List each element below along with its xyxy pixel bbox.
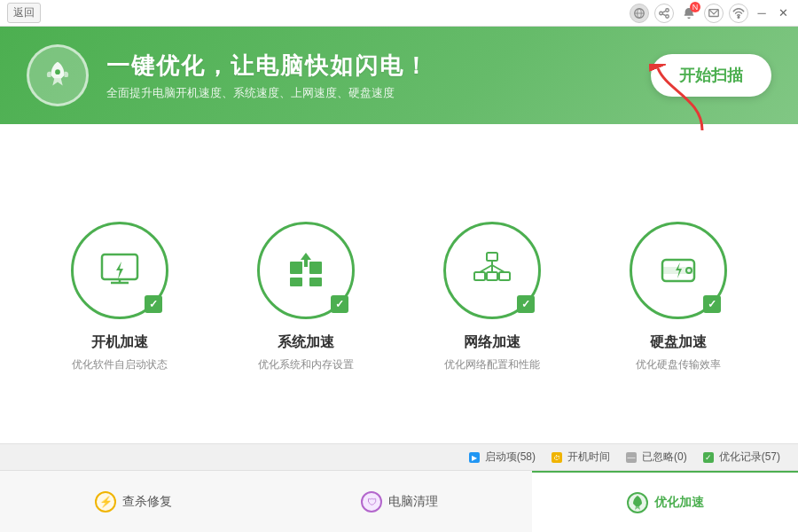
check-badge-disk: ✓ — [703, 295, 721, 313]
feature-disk: ✓ 硬盘加速 优化硬盘传输效率 — [594, 222, 763, 372]
clean-nav-icon: 🛡 — [360, 490, 383, 513]
nav-scan-label: 查杀修复 — [122, 494, 172, 510]
feature-disk-circle: ✓ — [630, 222, 727, 319]
status-bar: ▶ 启动项(58) ⏱ 开机时间 — 已忽略(0) ✓ 优化记 — [0, 443, 798, 470]
feature-network-title: 网络加速 — [464, 333, 520, 352]
check-badge-network: ✓ — [517, 295, 535, 313]
svg-rect-22 — [499, 272, 510, 280]
banner-text: 一键优化，让电脑快如闪电！ 全面提升电脑开机速度、系统速度、上网速度、硬盘速度 — [106, 51, 429, 101]
scan-nav-icon: ⚡ — [94, 490, 117, 513]
startup-icon: ▶ — [467, 450, 481, 465]
nav-item-scan[interactable]: ⚡ 查杀修复 — [0, 471, 266, 532]
svg-point-5 — [666, 14, 669, 18]
svg-rect-19 — [487, 253, 497, 261]
feature-boot-circle: ✓ — [71, 222, 168, 319]
status-records[interactable]: ✓ 优化记录(57) — [701, 450, 780, 465]
close-button[interactable]: ✕ — [775, 5, 791, 21]
status-records-label: 优化记录(57) — [719, 450, 780, 465]
feature-disk-desc: 优化硬盘传输效率 — [636, 357, 721, 372]
optimize-nav-icon — [626, 491, 649, 514]
svg-point-3 — [666, 8, 669, 12]
svg-text:▶: ▶ — [472, 454, 478, 462]
svg-rect-20 — [474, 272, 485, 280]
svg-rect-21 — [487, 272, 497, 280]
svg-rect-15 — [290, 262, 302, 274]
nav-scan-content: ⚡ 查杀修复 — [94, 490, 172, 513]
message-icon[interactable] — [704, 4, 724, 23]
feature-boot: ✓ 开机加速 优化软件自启动状态 — [35, 222, 204, 372]
svg-text:⚡: ⚡ — [99, 495, 113, 508]
ignored-icon: — — [624, 450, 638, 465]
notification-badge: N — [690, 2, 700, 12]
svg-rect-17 — [290, 278, 302, 286]
feature-system: ✓ 系统加速 优化系统和内存设置 — [222, 222, 390, 372]
status-startup[interactable]: ▶ 启动项(58) — [467, 450, 536, 465]
globe-icon[interactable] — [630, 4, 649, 23]
svg-line-7 — [662, 13, 666, 15]
nav-clean-label: 电脑清理 — [388, 494, 438, 510]
feature-boot-title: 开机加速 — [91, 333, 148, 352]
check-badge-boot: ✓ — [145, 295, 162, 313]
svg-text:✓: ✓ — [705, 453, 712, 462]
check-badge-system: ✓ — [331, 295, 348, 313]
records-icon: ✓ — [701, 450, 716, 465]
title-bar: 返回 N — [0, 0, 798, 27]
banner-subtitle: 全面提升电脑开机速度、系统速度、上网速度、硬盘速度 — [106, 85, 429, 101]
banner-icon — [27, 44, 89, 106]
status-startup-label: 启动项(58) — [485, 450, 536, 465]
title-bar-right: N ─ ✕ — [630, 4, 791, 23]
feature-system-circle: ✓ — [257, 222, 355, 319]
banner-title: 一键优化，让电脑快如闪电！ — [106, 51, 429, 82]
minimize-button[interactable]: ─ — [754, 5, 770, 21]
nav-optimize-content: 优化加速 — [626, 491, 704, 514]
main-content: ✓ 开机加速 优化软件自启动状态 ✓ 系统加速 优化系统和内存设置 — [0, 124, 798, 470]
feature-system-title: 系统加速 — [278, 333, 334, 352]
nav-item-optimize[interactable]: 优化加速 — [532, 471, 798, 532]
features-grid: ✓ 开机加速 优化软件自启动状态 ✓ 系统加速 优化系统和内存设置 — [35, 222, 763, 372]
feature-network-desc: 优化网络配置和性能 — [444, 357, 540, 372]
feature-network-circle: ✓ — [443, 222, 541, 319]
svg-point-10 — [55, 69, 60, 74]
boot-time-icon: ⏱ — [550, 450, 564, 465]
svg-rect-16 — [309, 262, 322, 274]
svg-line-24 — [480, 265, 492, 272]
bottom-nav: ⚡ 查杀修复 🛡 电脑清理 — [0, 470, 798, 532]
feature-boot-desc: 优化软件自启动状态 — [72, 357, 168, 372]
notification-icon[interactable]: N — [679, 4, 699, 23]
feature-network: ✓ 网络加速 优化网络配置和性能 — [408, 222, 576, 372]
svg-text:—: — — [627, 453, 635, 462]
feature-disk-title: 硬盘加速 — [650, 333, 707, 352]
svg-text:🛡: 🛡 — [367, 497, 377, 507]
status-ignored[interactable]: — 已忽略(0) — [624, 450, 687, 465]
svg-line-6 — [662, 11, 666, 12]
wifi-icon[interactable] — [729, 4, 748, 23]
svg-line-25 — [492, 265, 505, 272]
title-bar-left: 返回 — [7, 3, 41, 23]
nav-clean-content: 🛡 电脑清理 — [360, 490, 438, 513]
feature-system-desc: 优化系统和内存设置 — [258, 357, 354, 372]
svg-rect-18 — [309, 278, 322, 286]
header-banner: 一键优化，让电脑快如闪电！ 全面提升电脑开机速度、系统速度、上网速度、硬盘速度 … — [0, 27, 798, 124]
nav-item-clean[interactable]: 🛡 电脑清理 — [266, 471, 532, 532]
nav-optimize-label: 优化加速 — [654, 495, 704, 511]
status-boot-time[interactable]: ⏱ 开机时间 — [550, 450, 610, 465]
svg-point-9 — [738, 16, 739, 18]
status-boot-time-label: 开机时间 — [567, 450, 610, 465]
status-ignored-label: 已忽略(0) — [642, 450, 687, 465]
svg-text:⏱: ⏱ — [553, 454, 560, 462]
share-icon[interactable] — [654, 4, 674, 23]
back-button[interactable]: 返回 — [7, 3, 41, 23]
arrow-indicator — [649, 64, 711, 138]
svg-point-4 — [660, 12, 663, 15]
